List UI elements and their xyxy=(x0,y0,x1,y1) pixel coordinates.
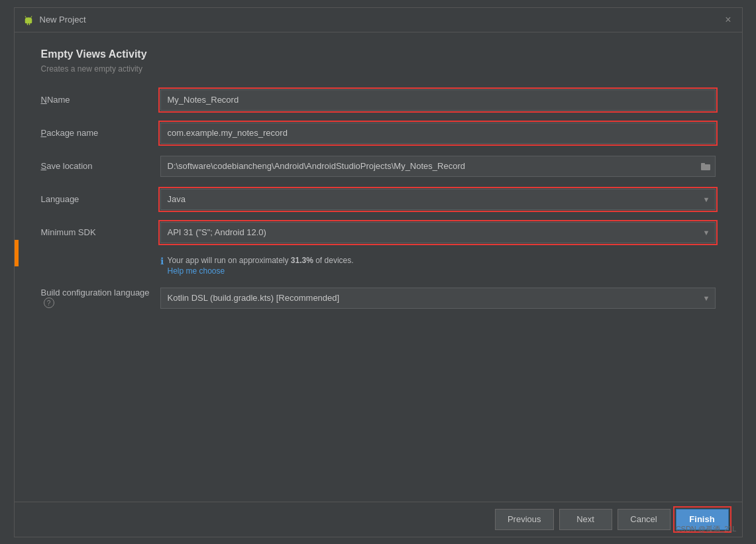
language-select[interactable]: Java Kotlin xyxy=(160,189,716,210)
name-label: NName xyxy=(41,95,160,105)
min-sdk-select[interactable]: API 31 ("S"; Android 12.0) API 28 API 29… xyxy=(160,222,716,243)
side-accent xyxy=(15,240,19,266)
section-title: Empty Views Activity xyxy=(41,48,716,60)
cancel-button[interactable]: Cancel xyxy=(618,509,671,530)
min-sdk-row: Minimum SDK API 31 ("S"; Android 12.0) A… xyxy=(41,222,716,243)
svg-line-3 xyxy=(30,16,31,17)
build-config-select[interactable]: Kotlin DSL (build.gradle.kts) [Recommend… xyxy=(160,288,716,309)
build-config-select-wrapper: Kotlin DSL (build.gradle.kts) [Recommend… xyxy=(160,288,716,309)
folder-icon xyxy=(701,162,710,170)
save-location-label: Save location xyxy=(41,161,160,171)
save-location-input[interactable] xyxy=(160,156,697,177)
bottom-bar: Previous Next Cancel Finish xyxy=(15,502,742,537)
build-config-label: Build configuration language ? xyxy=(41,288,160,309)
next-button[interactable]: Next xyxy=(559,509,612,530)
name-input[interactable] xyxy=(160,89,716,111)
titlebar: New Project × xyxy=(15,8,742,32)
save-location-row: Save location xyxy=(41,156,716,177)
package-input[interactable] xyxy=(160,123,716,144)
help-me-choose-link[interactable]: Help me choose xyxy=(168,266,354,276)
language-row: Language Java Kotlin ▼ xyxy=(41,189,716,210)
language-select-wrapper: Java Kotlin ▼ xyxy=(160,189,716,210)
min-sdk-label: Minimum SDK xyxy=(41,227,160,237)
device-info-row: ℹ Your app will run on approximately 31.… xyxy=(160,255,716,276)
close-button[interactable]: × xyxy=(722,13,733,27)
build-config-row: Build configuration language ? Kotlin DS… xyxy=(41,288,716,309)
package-label: Package name xyxy=(41,128,160,138)
build-config-help-icon[interactable]: ? xyxy=(44,298,54,308)
dialog-title: New Project xyxy=(40,15,86,25)
dialog-content: Empty Views Activity Creates a new empty… xyxy=(15,32,742,502)
info-text: Your app will run on approximately 31.3%… xyxy=(168,256,354,265)
package-row: Package name xyxy=(41,123,716,144)
svg-rect-4 xyxy=(701,164,710,170)
browse-folder-button[interactable] xyxy=(697,156,716,177)
previous-button[interactable]: Previous xyxy=(495,509,554,530)
info-icon: ℹ xyxy=(160,256,164,266)
svg-line-2 xyxy=(25,16,26,17)
language-label: Language xyxy=(41,194,160,204)
name-row: NName xyxy=(41,89,716,111)
min-sdk-select-wrapper: API 31 ("S"; Android 12.0) API 28 API 29… xyxy=(160,222,716,243)
android-icon xyxy=(23,14,34,26)
watermark: CSDN @孤酒_21L xyxy=(676,524,737,534)
percent-value: 31.3% xyxy=(291,256,313,265)
save-location-input-wrapper xyxy=(160,156,716,177)
svg-rect-5 xyxy=(701,163,705,165)
section-subtitle: Creates a new empty activity xyxy=(41,64,716,74)
